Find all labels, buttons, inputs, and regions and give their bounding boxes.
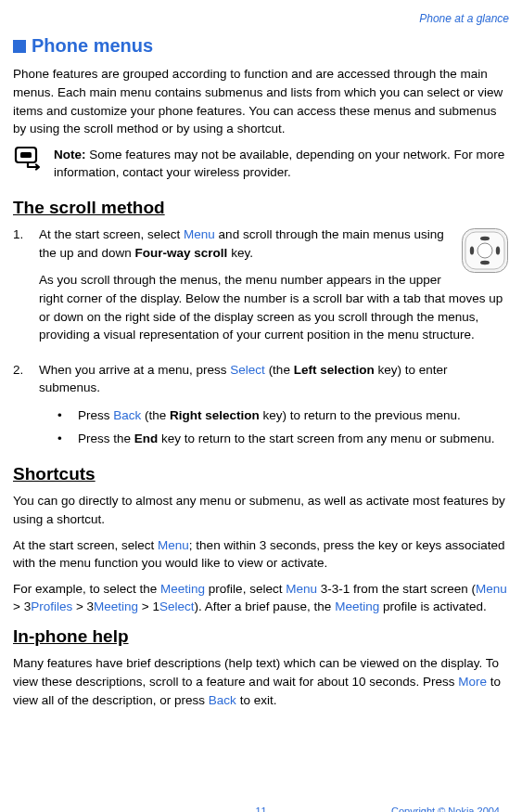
note-block: Note: Some features may not be available…: [13, 146, 509, 182]
shortcuts-p2: At the start screen, select Menu; then w…: [13, 536, 509, 573]
copyright: Copyright © Nokia 2004: [391, 805, 500, 812]
intro-paragraph: Phone features are grouped according to …: [13, 65, 509, 137]
shortcuts-p3: For example, to select the Meeting profi…: [13, 580, 509, 616]
header-section-name: Phone at a glance: [13, 11, 509, 27]
help-heading: In-phone help: [13, 624, 509, 650]
svg-rect-1: [20, 152, 32, 158]
bullet-back: • Press Back (the Right selection key) t…: [57, 406, 509, 425]
scroll-step-2: 2. When you arrive at a menu, press Sele…: [13, 361, 509, 454]
scroll-steps: 1. At the start screen, select Menu and …: [13, 226, 509, 454]
note-text: Note: Some features may not be available…: [54, 146, 509, 182]
back-link: Back: [113, 408, 141, 422]
note-icon: [13, 146, 43, 177]
bullet-end: • Press the End key to return to the sta…: [57, 430, 509, 448]
step1-p2: As you scroll through the menus, the men…: [39, 271, 509, 343]
step1-p1: At the start screen, select Menu and scr…: [39, 226, 509, 262]
four-way-scroll-icon: [461, 227, 509, 279]
note-body: Some features may not be available, depe…: [54, 148, 504, 180]
title-bullet-icon: [13, 40, 26, 53]
shortcuts-heading: Shortcuts: [13, 461, 509, 487]
shortcuts-p1: You can go directly to almost any menu o…: [13, 492, 509, 528]
scroll-step-1: 1. At the start screen, select Menu and …: [13, 226, 509, 353]
note-label: Note:: [54, 148, 86, 161]
title-text: Phone menus: [32, 32, 153, 59]
back-link: Back: [209, 693, 236, 707]
select-link: Select: [230, 363, 265, 377]
step-number: 1.: [13, 226, 32, 353]
step-number: 2.: [13, 361, 32, 454]
svg-point-5: [480, 237, 490, 240]
help-p1: Many features have brief descriptions (h…: [13, 654, 509, 709]
svg-point-6: [480, 261, 490, 264]
scroll-heading: The scroll method: [13, 195, 509, 221]
step2-p1: When you arrive at a menu, press Select …: [39, 361, 509, 397]
svg-point-7: [470, 247, 474, 255]
menu-link: Menu: [184, 227, 215, 241]
svg-point-8: [496, 247, 500, 255]
svg-point-4: [477, 243, 492, 258]
page-title: Phone menus: [13, 32, 509, 59]
more-link: More: [458, 675, 487, 689]
page-number: 11: [255, 805, 266, 812]
